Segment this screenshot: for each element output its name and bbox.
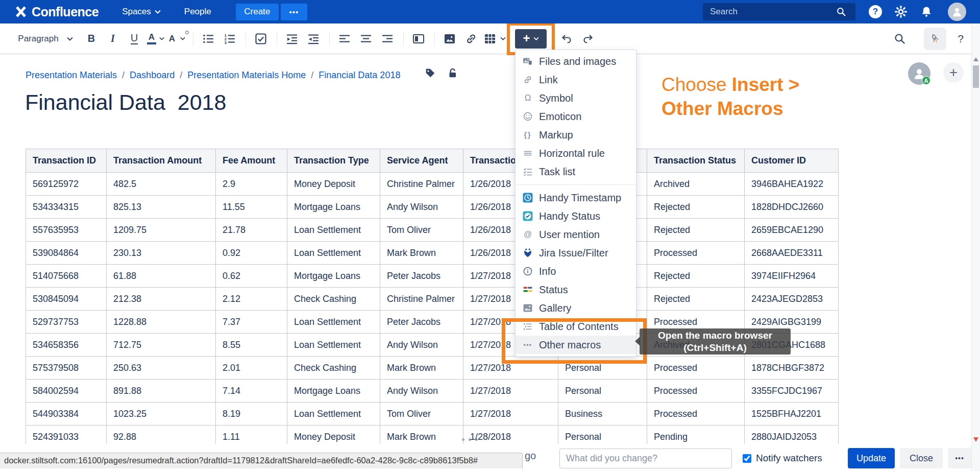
scroll-up-arrow-icon[interactable]: [973, 57, 978, 61]
global-search[interactable]: [703, 3, 855, 20]
table-cell[interactable]: Mortgage Loans: [287, 380, 380, 403]
table-cell[interactable]: Check Cashing: [287, 288, 380, 311]
scrollbar-thumb[interactable]: [973, 65, 979, 88]
table-cell[interactable]: 575379508: [26, 357, 107, 380]
table-cell[interactable]: 2668AAEDE3311: [745, 242, 839, 265]
table-cell[interactable]: Peter Jacobs: [380, 311, 463, 334]
task-list-button[interactable]: [252, 29, 270, 49]
notifications-button[interactable]: [919, 4, 934, 19]
footer-more-button[interactable]: •••: [948, 448, 971, 468]
underline-button[interactable]: U: [126, 29, 143, 49]
table-cell[interactable]: 212.38: [107, 288, 216, 311]
table-cell[interactable]: Rejected: [647, 265, 745, 288]
table-cell[interactable]: Mark Brown: [380, 357, 463, 380]
table-cell[interactable]: 891.88: [107, 380, 216, 403]
page-title[interactable]: Financial Data 2018: [25, 90, 226, 115]
table-cell[interactable]: 2659EBCAE1290: [745, 219, 839, 242]
menu-item-files-and-images[interactable]: Files and images: [516, 52, 636, 70]
table-cell[interactable]: Loan Settlement: [287, 403, 380, 426]
table-cell[interactable]: 1/27/2018: [463, 380, 558, 403]
table-cell[interactable]: Andy Wilson: [380, 334, 463, 357]
indent-button[interactable]: [305, 29, 322, 49]
menu-item-horizontal-rule[interactable]: Horizontal rule: [516, 144, 636, 162]
nav-spaces[interactable]: Spaces: [122, 7, 161, 17]
numbered-list-button[interactable]: 1 2 3: [221, 29, 238, 49]
table-cell[interactable]: 529737753: [26, 311, 107, 334]
table-cell[interactable]: 21.78: [216, 219, 287, 242]
insert-more-content-button[interactable]: +: [515, 29, 547, 49]
table-cell[interactable]: 514075668: [26, 265, 107, 288]
version-comment-input[interactable]: [559, 449, 732, 468]
table-cell[interactable]: 1228.88: [107, 311, 216, 334]
notify-watchers-checkbox[interactable]: [743, 454, 751, 463]
create-button[interactable]: Create: [236, 4, 279, 20]
scroll-down-arrow-icon[interactable]: [973, 437, 978, 442]
table-cell[interactable]: Loan Settlement: [287, 219, 380, 242]
table-cell[interactable]: 825.13: [107, 196, 216, 219]
table-cell[interactable]: Andy Wilson: [380, 196, 463, 219]
close-button[interactable]: Close: [900, 448, 943, 468]
insert-table-button[interactable]: [484, 29, 506, 49]
table-cell[interactable]: Archived: [647, 173, 745, 196]
bullet-list-button[interactable]: [200, 29, 217, 49]
table-cell[interactable]: Loan Settlement: [287, 334, 380, 357]
search-input[interactable]: [703, 7, 830, 17]
table-cell[interactable]: 3974EIIFH2964: [745, 265, 839, 288]
table-cell[interactable]: Processed: [647, 357, 745, 380]
table-cell[interactable]: 1/27/2018: [463, 403, 558, 426]
table-cell[interactable]: Andy Wilson: [380, 380, 463, 403]
table-cell[interactable]: Mark Brown: [380, 242, 463, 265]
breadcrumb-link[interactable]: Financial Data 2018: [318, 70, 400, 81]
table-cell[interactable]: 544903384: [26, 403, 107, 426]
table-cell[interactable]: Check Cashing: [287, 357, 380, 380]
table-cell[interactable]: Processed: [647, 403, 745, 426]
menu-item-markup[interactable]: {}Markup: [516, 126, 636, 144]
table-cell[interactable]: Rejected: [647, 196, 745, 219]
table-cell[interactable]: 1/27/2018: [463, 357, 558, 380]
outdent-button[interactable]: [283, 29, 301, 49]
nav-people[interactable]: People: [184, 7, 211, 17]
menu-item-table-of-contents[interactable]: Table of Contents: [516, 317, 636, 336]
menu-item-handy-timestamp[interactable]: Handy Timestamp: [516, 189, 636, 207]
table-cell[interactable]: 2.01: [216, 357, 287, 380]
menu-item-emoticon[interactable]: Emoticon: [516, 107, 636, 126]
page-layout-button[interactable]: [410, 29, 427, 49]
insert-link-button[interactable]: [462, 29, 480, 49]
labels-tag-icon[interactable]: [425, 67, 436, 79]
launch-button[interactable]: [924, 28, 946, 50]
help-button[interactable]: ?: [868, 4, 883, 19]
table-cell[interactable]: 1878CHBGF3872: [745, 357, 839, 380]
breadcrumb-link[interactable]: Presentation Materials: [26, 70, 117, 81]
menu-item-jira-issue-filter[interactable]: Jira Issue/Filter: [516, 244, 636, 262]
user-avatar-button[interactable]: [948, 3, 966, 21]
table-cell[interactable]: 0.92: [216, 242, 287, 265]
paragraph-style-dropdown[interactable]: Paragraph: [15, 29, 76, 49]
breadcrumb-link[interactable]: Dashboard: [130, 70, 175, 81]
table-cell[interactable]: 482.5: [107, 173, 216, 196]
table-cell[interactable]: 534334315: [26, 196, 107, 219]
table-cell[interactable]: 2.9: [216, 173, 287, 196]
menu-item-link[interactable]: Link: [516, 70, 636, 89]
table-cell[interactable]: 11.55: [216, 196, 287, 219]
table-cell[interactable]: Business: [558, 403, 647, 426]
table-cell[interactable]: Personal: [558, 380, 647, 403]
table-cell[interactable]: 3946BAHEA1922: [745, 173, 839, 196]
table-cell[interactable]: 230.13: [107, 242, 216, 265]
table-cell[interactable]: Christine Palmer: [380, 288, 463, 311]
table-cell[interactable]: Money Deposit: [287, 173, 380, 196]
bold-button[interactable]: B: [83, 29, 100, 49]
table-cell[interactable]: 1209.75: [107, 219, 216, 242]
table-cell[interactable]: Peter Jacobs: [380, 265, 463, 288]
table-cell[interactable]: Mortgage Loans: [287, 265, 380, 288]
align-right-button[interactable]: [379, 29, 396, 49]
confluence-logo[interactable]: Confluence: [14, 5, 99, 19]
table-cell[interactable]: Processed: [647, 242, 745, 265]
table-cell[interactable]: 584002594: [26, 380, 107, 403]
table-cell[interactable]: 539084864: [26, 242, 107, 265]
editor-search-button[interactable]: [891, 29, 909, 49]
table-cell[interactable]: Rejected: [647, 288, 745, 311]
menu-item-other-macros[interactable]: •••Other macros: [516, 336, 636, 354]
table-cell[interactable]: 61.88: [107, 265, 216, 288]
table-cell[interactable]: Christine Palmer: [380, 173, 463, 196]
add-button[interactable]: +: [943, 62, 964, 83]
